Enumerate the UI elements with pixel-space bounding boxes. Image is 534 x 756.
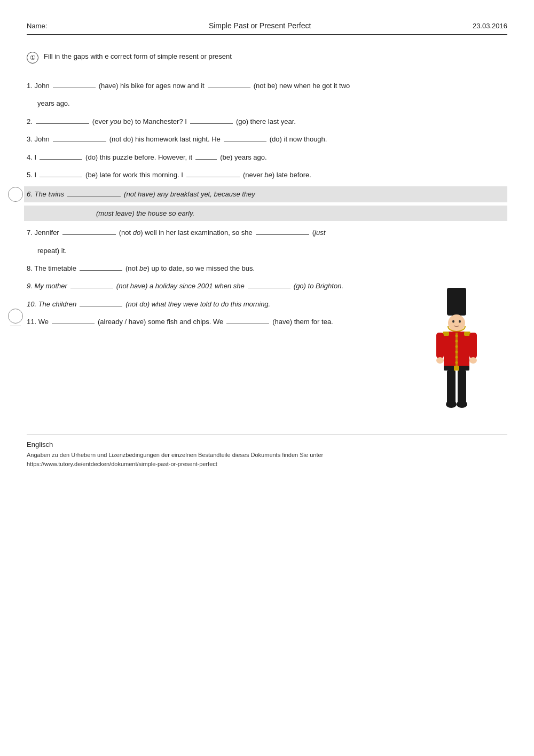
exercise-row-7: 7. Jennifer (not do) well in her last ex… [27, 226, 507, 239]
left-circle-1 [8, 187, 23, 202]
ex6-text1: (not have) any breakfast yet, because th… [124, 188, 255, 200]
ex11-text2: (have) them for tea. [272, 316, 333, 328]
svg-point-1 [448, 314, 465, 332]
instruction-number: ① [27, 52, 38, 64]
ex3-text2: (do) it now though. [270, 133, 327, 145]
exercise-row-5: 5. I (be) late for work this morning. I … [27, 169, 507, 181]
ex2-text2: (go) there last year. [236, 115, 296, 128]
ex4-blank1[interactable] [40, 151, 82, 160]
ex2-label: 2. [27, 115, 33, 128]
exercise-row-3: 3. John (not do) his homework last night… [27, 133, 507, 145]
ex7-label: 7. Jennifer [27, 226, 59, 239]
svg-point-8 [456, 345, 458, 348]
footer: Englisch Angaben zu den Urhebern und Liz… [27, 435, 507, 468]
ex6-blank1[interactable] [67, 188, 121, 196]
left-circle-2 [8, 309, 23, 324]
svg-rect-15 [454, 366, 459, 371]
ex8-label: 8. The timetable [27, 262, 76, 274]
ex1-cont: years ago. [37, 97, 70, 109]
ex2-blank2[interactable] [190, 115, 233, 124]
svg-point-3 [459, 320, 461, 323]
svg-point-19 [457, 400, 467, 408]
ex4-text2: (be) years ago. [220, 151, 266, 163]
ex4-label: 4. I [27, 151, 36, 163]
ex7-text1: (not do) well in her last examination, s… [119, 226, 253, 239]
footer-subject: Englisch [27, 440, 507, 448]
ex9-text1: (not have) a holiday since 2001 when she [116, 280, 245, 292]
exercise-row-2: 2. (ever you be) to Manchester? I (go) t… [27, 115, 507, 128]
exercise-row-6: 6. The twins (not have) any breakfast ye… [24, 186, 507, 202]
guard-svg [422, 287, 491, 426]
svg-point-22 [436, 357, 444, 364]
svg-point-6 [456, 335, 458, 337]
ex1-text2: (not be) new when he got it two [254, 80, 350, 92]
footer-url: Angaben zu den Urhebern und Lizenzbeding… [27, 451, 507, 468]
ex9-blank1[interactable] [70, 280, 113, 288]
ex1-text1: (have) his bike for ages now and it [99, 80, 205, 92]
instruction-row: ① Fill in the gaps with e correct form o… [27, 51, 507, 64]
ex3-blank2[interactable] [224, 133, 266, 141]
guard-illustration [422, 287, 507, 426]
svg-point-23 [469, 357, 477, 364]
svg-point-7 [456, 340, 458, 343]
ex9-label: 9. My mother [27, 280, 67, 292]
ex1-blank1[interactable] [53, 80, 96, 88]
ex2-text1: (ever you be) to Manchester? I [92, 115, 187, 128]
ex7-cont: repeat) it. [37, 245, 67, 257]
ex1-blank2[interactable] [208, 80, 250, 88]
ex9-text2: (go) to Brighton. [294, 280, 343, 292]
ex8-blank1[interactable] [80, 262, 122, 271]
ex11-blank1[interactable] [52, 316, 95, 324]
svg-rect-16 [447, 371, 456, 404]
svg-point-10 [456, 356, 458, 359]
ex6-cont: (must leave) the house so early. [27, 207, 194, 219]
ex10-blank1[interactable] [80, 298, 122, 306]
svg-point-11 [456, 361, 458, 364]
exercise-row-8: 8. The timetable (not be) up to date, so… [27, 262, 507, 274]
svg-rect-0 [447, 288, 466, 316]
left-line [10, 326, 21, 326]
ex5-label: 5. I [27, 169, 36, 181]
ex7-text2: (just [312, 226, 326, 239]
ex11-text1: (already / have) some fish and chips. We [98, 316, 223, 328]
svg-rect-17 [458, 371, 466, 404]
ex7-blank2[interactable] [256, 226, 309, 235]
ex8-text1: (not be) up to date, so we missed the bu… [125, 262, 255, 274]
exercise-row-6-cont: (must leave) the house so early. [24, 206, 507, 221]
ex2-blank1[interactable] [36, 115, 89, 124]
exercise-row-1: 1. John (have) his bike for ages now and… [27, 80, 507, 92]
ex5-text1: (be) late for work this morning. I [85, 169, 183, 181]
svg-point-2 [452, 320, 454, 323]
exercise-row-7-cont: repeat) it. [27, 245, 507, 257]
ex9-blank2[interactable] [248, 280, 290, 288]
header-name-label: Name: [27, 22, 47, 30]
svg-point-18 [446, 400, 457, 408]
ex7-blank1[interactable] [62, 226, 116, 235]
ex11-blank2[interactable] [226, 316, 269, 324]
exercise-row-1-cont: years ago. [27, 97, 507, 109]
svg-point-9 [456, 351, 458, 353]
ex3-label: 3. John [27, 133, 50, 145]
header-date: 23.03.2016 [473, 22, 507, 30]
ex3-blank1[interactable] [53, 133, 106, 141]
header-title: Simple Past or Present Perfect [209, 21, 311, 30]
ex5-text2: (never be) late before. [243, 169, 311, 181]
instruction-text: Fill in the gaps with e correct form of … [44, 51, 232, 62]
ex4-blank2[interactable] [195, 151, 217, 160]
ex5-blank1[interactable] [40, 169, 82, 177]
svg-rect-21 [469, 333, 477, 358]
ex4-text1: (do) this puzzle before. However, it [85, 151, 192, 163]
svg-rect-20 [436, 333, 444, 358]
ex5-blank2[interactable] [186, 169, 240, 177]
header: Name: Simple Past or Present Perfect 23.… [27, 21, 507, 35]
ex10-label: 10. The children [27, 298, 76, 310]
ex10-text1: (not do) what they were told to do this … [125, 298, 270, 310]
exercise-row-4: 4. I (do) this puzzle before. However, i… [27, 151, 507, 163]
ex3-text1: (not do) his homework last night. He [109, 133, 221, 145]
ex11-label: 11. We [27, 316, 49, 328]
ex1-label: 1. John [27, 80, 50, 92]
ex6-label: 6. The twins [27, 188, 64, 200]
